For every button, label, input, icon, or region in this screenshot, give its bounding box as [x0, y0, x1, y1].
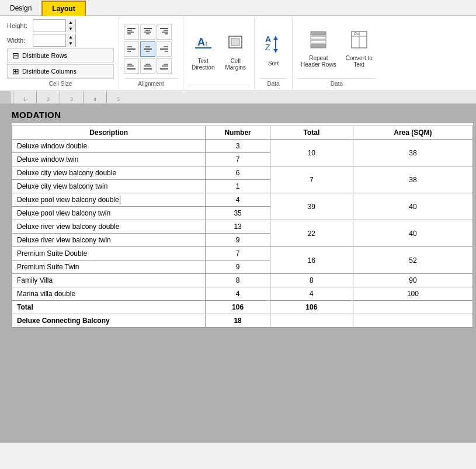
distribute-cols-button[interactable]: ⊞ Distribute Columns — [7, 64, 114, 78]
width-label: Width: — [7, 37, 30, 44]
convert-to-text-button[interactable]: Co Convert to Text — [342, 28, 376, 70]
width-spinner[interactable]: 2.39" ▲ ▼ — [33, 34, 76, 47]
align-bottom-left-btn[interactable] — [124, 58, 139, 74]
svg-rect-0 — [127, 28, 135, 29]
svg-text:↕: ↕ — [204, 39, 208, 47]
distribute-rows-icon: ⊟ — [12, 51, 19, 60]
header-rows-group: Repeat Header Rows Co Convert to Text Da… — [293, 17, 381, 89]
distribute-rows-label: Distribute Rows — [22, 52, 67, 59]
cell-description[interactable]: Premium Suite Twin — [12, 260, 206, 274]
align-row-top — [124, 25, 178, 40]
width-up-btn[interactable]: ▲ — [66, 34, 75, 40]
cell-description[interactable]: Marina villa double — [12, 287, 206, 301]
sort-group: A Z Sort Data — [255, 17, 293, 89]
cell-number: 3 — [206, 140, 270, 153]
ribbon-content: Height: 0.2" ▲ ▼ Width: 2.39" ▲ — [0, 16, 476, 91]
svg-rect-4 — [144, 28, 152, 29]
cell-area: 100 — [353, 287, 472, 301]
cell-number: 9 — [206, 234, 270, 247]
svg-rect-29 — [160, 68, 168, 70]
cell-description[interactable]: Deluxe pool view balcony twin — [12, 207, 206, 220]
sort-button[interactable]: A Z Sort — [259, 29, 287, 69]
cell-margins-label: Cell Margins — [225, 58, 246, 71]
align-middle-center-btn[interactable] — [140, 41, 155, 57]
doc-area: MODATION Description Number Total Area (… — [0, 104, 476, 443]
height-spinner[interactable]: 0.2" ▲ ▼ — [33, 19, 76, 32]
cell-size-group: Height: 0.2" ▲ ▼ Width: 2.39" ▲ — [2, 17, 119, 89]
text-direction-label: Text Direction — [192, 58, 214, 71]
ruler-mark-3: 3 — [60, 91, 83, 103]
align-top-center-btn[interactable] — [140, 25, 155, 40]
tab-design[interactable]: Design — [0, 1, 41, 16]
cell-description[interactable]: Deluxe city view balcony twin — [12, 180, 206, 193]
distribute-cols-icon: ⊞ — [12, 67, 19, 76]
svg-rect-41 — [311, 44, 326, 48]
alignment-controls — [124, 19, 178, 78]
width-input[interactable]: 2.39" — [33, 34, 65, 46]
accommodation-table: Description Number Total Area (SQM) Delu… — [12, 126, 473, 328]
ribbon-tab-bar: Design Layout — [0, 0, 476, 16]
text-cell-group: A ↕ Text Direction Cell Margins — [183, 17, 255, 89]
cell-description[interactable]: Deluxe river view balcony twin — [12, 234, 206, 247]
cell-margins-icon — [227, 34, 244, 56]
distribute-rows-button[interactable]: ⊟ Distribute Rows — [7, 48, 114, 62]
header-rows-content: Repeat Header Rows Co Convert to Text — [297, 19, 376, 78]
cell-total — [270, 314, 353, 328]
align-middle-right-btn[interactable] — [157, 41, 172, 57]
align-bottom-center-btn[interactable] — [140, 58, 155, 74]
cell-area: 40 — [353, 193, 472, 220]
cell-number: 4 — [206, 287, 270, 301]
align-top-right-btn[interactable] — [157, 25, 172, 40]
table-row: Total106106 — [12, 301, 473, 314]
table-row: Deluxe pool view balcony double​43940 — [12, 193, 473, 207]
cell-area — [353, 314, 472, 328]
cell-description[interactable]: Family Villa — [12, 274, 206, 287]
ruler-mark-2: 2 — [36, 91, 60, 103]
cell-description[interactable]: Deluxe Connecting Balcony — [12, 314, 206, 328]
page-heading: MODATION — [12, 110, 464, 120]
cell-description[interactable]: Deluxe city view balcony double — [12, 166, 206, 180]
svg-text:Co: Co — [354, 32, 359, 36]
svg-rect-38 — [311, 32, 326, 35]
distribute-cols-row: ⊞ Distribute Columns — [7, 64, 114, 78]
table-body: Deluxe window double31038Deluxe window t… — [12, 140, 473, 328]
ruler-mark-5: 5 — [106, 91, 130, 103]
align-top-left-btn[interactable] — [124, 25, 139, 40]
cell-description[interactable]: Premium Suite Double — [12, 247, 206, 260]
table-row: Premium Suite Double71652 — [12, 247, 473, 260]
text-direction-button[interactable]: A ↕ Text Direction — [188, 32, 218, 73]
cell-margins-button[interactable]: Cell Margins — [221, 32, 249, 73]
align-middle-left-btn[interactable] — [124, 41, 139, 57]
height-spinner-buttons: ▲ ▼ — [65, 19, 75, 32]
height-input[interactable]: 0.2" — [33, 20, 65, 32]
repeat-header-rows-button[interactable]: Repeat Header Rows — [297, 28, 340, 70]
cell-total: 16 — [270, 247, 353, 274]
col-header-total: Total — [270, 126, 353, 140]
height-label: Height: — [7, 22, 30, 29]
cell-description[interactable]: Deluxe pool view balcony double​ — [12, 193, 206, 207]
tab-layout[interactable]: Layout — [41, 1, 85, 16]
align-bottom-right-btn[interactable] — [157, 58, 172, 74]
height-up-btn[interactable]: ▲ — [66, 19, 75, 26]
cell-total: 4 — [270, 287, 353, 301]
ribbon: Design Layout Height: 0.2" ▲ ▼ Width — [0, 0, 476, 91]
cell-area: 38 — [353, 140, 472, 166]
distribute-cols-label: Distribute Columns — [22, 68, 77, 75]
cell-description[interactable]: Deluxe window twin — [12, 153, 206, 166]
ruler-inner: 1 2 3 4 5 — [11, 91, 132, 103]
cell-description[interactable]: Deluxe river view balcony double — [12, 220, 206, 234]
svg-rect-23 — [127, 68, 135, 70]
cell-size-label: Cell Size — [7, 78, 114, 87]
sort-icon: A Z — [264, 32, 283, 58]
sort-group-label: Data — [259, 78, 287, 87]
cell-number: 9 — [206, 260, 270, 274]
table-row: Deluxe city view balcony double6738 — [12, 166, 473, 180]
cell-description[interactable]: Total — [12, 301, 206, 314]
table-row: Deluxe river view balcony double132240 — [12, 220, 473, 234]
height-down-btn[interactable]: ▼ — [66, 26, 75, 32]
repeat-header-rows-label: Repeat Header Rows — [301, 55, 336, 68]
cell-total: 8 — [270, 274, 353, 287]
width-down-btn[interactable]: ▼ — [66, 40, 75, 47]
cell-description[interactable]: Deluxe window double — [12, 140, 206, 153]
table-row: Marina villa double44100 — [12, 287, 473, 301]
